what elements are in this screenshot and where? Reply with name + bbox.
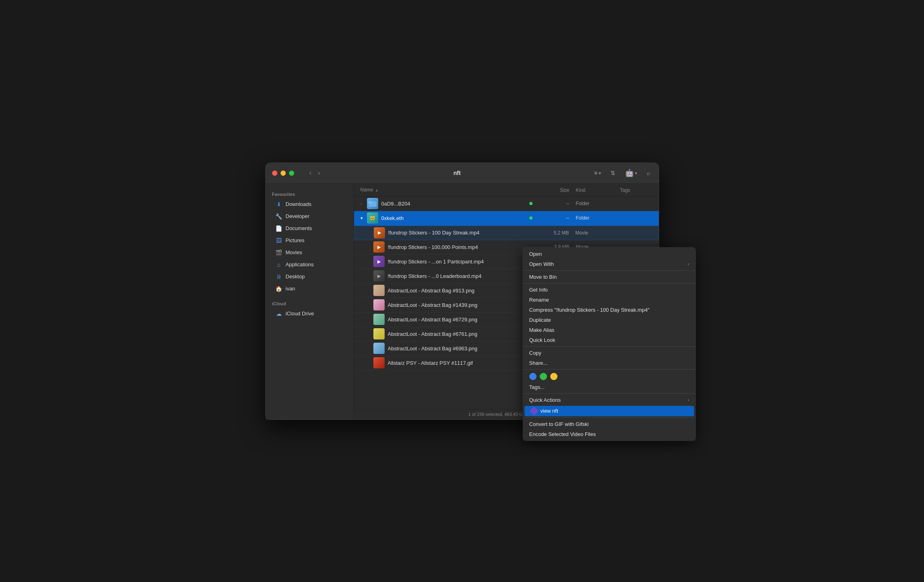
sidebar-item-desktop[interactable]: 🖥 Desktop: [269, 271, 350, 282]
tag-blue-dot[interactable]: [529, 373, 537, 380]
ctx-make-alias-label: Make Alias: [529, 327, 555, 333]
file-name: AbstractLoot - Abstract Bag #913.png: [388, 288, 536, 294]
movies-icon: 🎬: [275, 249, 283, 256]
ctx-tags[interactable]: Tags...: [523, 382, 696, 392]
ctx-rename-label: Rename: [529, 297, 549, 303]
back-button[interactable]: ‹: [307, 168, 314, 178]
expand-arrow-icon: ▾: [361, 216, 367, 221]
ctx-get-info[interactable]: Get Info: [523, 285, 696, 295]
ctx-move-to-bin[interactable]: Move to Bin: [523, 272, 696, 282]
ctx-separator: [523, 270, 696, 271]
ctx-make-alias[interactable]: Make Alias: [523, 325, 696, 335]
sidebar-item-label: Desktop: [286, 274, 305, 280]
submenu-arrow-icon: ›: [688, 261, 689, 266]
desktop-icon: 🖥: [275, 273, 283, 280]
ctx-duplicate[interactable]: Duplicate: [523, 315, 696, 325]
ctx-separator: [523, 283, 696, 284]
ctx-open-with[interactable]: Open With ›: [523, 259, 696, 269]
list-icon: ≡: [594, 170, 597, 176]
ctx-view-nft-label: view nft: [541, 408, 558, 414]
sidebar-item-applications[interactable]: ⌂ Applications: [269, 259, 350, 270]
file-kind: Movie: [576, 230, 620, 236]
folder-thumbnail: [367, 198, 378, 209]
documents-icon: 📄: [275, 225, 283, 232]
col-name-header[interactable]: Name ▲: [361, 187, 536, 193]
file-name: !fundrop Stickers - ...0 Leaderboard.mp4: [388, 273, 536, 279]
title-bar: ‹ › nft ≡ ▾ ⇅ 🤖 ▾ ⌕: [266, 163, 659, 184]
col-size-header[interactable]: Size: [536, 186, 576, 193]
file-name: AbstractLoot - Abstract Bag #1439.png: [388, 302, 536, 308]
sort-icon: ⇅: [611, 170, 615, 176]
file-size: --: [536, 201, 576, 206]
close-button[interactable]: [272, 171, 277, 176]
diamond-icon: [529, 406, 539, 415]
ctx-rename[interactable]: Rename: [523, 295, 696, 305]
window-title: nft: [326, 170, 588, 176]
table-row[interactable]: ▶ !fundrop Stickers - 100 Day Streak.mp4…: [354, 226, 659, 240]
ctx-convert-gif[interactable]: Convert to GIF with Gifski: [523, 419, 696, 429]
sidebar-item-documents[interactable]: 📄 Documents: [269, 223, 350, 234]
search-button[interactable]: ⌕: [644, 168, 652, 178]
file-size: 5.2 MB: [535, 230, 576, 236]
ctx-separator: [523, 393, 696, 394]
file-name: !fundrop Stickers - ...on 1 Participant.…: [388, 259, 536, 265]
table-row[interactable]: › 0aD9...B204 -- Folder: [354, 197, 659, 211]
maximize-button[interactable]: [289, 171, 294, 176]
sidebar-item-ivan[interactable]: 🏠 ivan: [269, 283, 350, 294]
file-kind: Folder: [576, 201, 620, 206]
sidebar-item-movies[interactable]: 🎬 Movies: [269, 247, 350, 258]
file-size: --: [536, 215, 576, 221]
ctx-open-label: Open: [529, 251, 542, 257]
png-thumbnail: [373, 314, 385, 325]
home-icon: 🏠: [275, 285, 283, 292]
sidebar-item-downloads[interactable]: ⬇ Downloads: [269, 199, 350, 210]
sidebar-item-icloud[interactable]: ☁ iCloud Drive: [269, 308, 350, 319]
sync-status-dot: [529, 202, 533, 205]
file-name: 0aD9...B204: [381, 201, 529, 207]
ctx-compress-label: Compress "!fundrop Stickers - 100 Day St…: [529, 307, 650, 313]
sidebar-item-developer[interactable]: 🔧 Developer: [269, 211, 350, 222]
sidebar-item-label: Applications: [286, 261, 314, 267]
context-menu: Open Open With › Move to Bin Get Info Re…: [523, 247, 696, 441]
favourites-label: Favourites: [266, 190, 354, 198]
ctx-copy[interactable]: Copy: [523, 348, 696, 358]
more-chevron: ▾: [635, 171, 637, 175]
ctx-share[interactable]: Share...: [523, 358, 696, 368]
movie-thumbnail: ▶: [373, 270, 385, 282]
ctx-open[interactable]: Open: [523, 249, 696, 259]
ctx-quick-actions[interactable]: Quick Actions ›: [523, 395, 696, 405]
sidebar-item-label: Developer: [286, 213, 309, 219]
col-tags-header[interactable]: Tags: [620, 186, 652, 193]
ctx-copy-label: Copy: [529, 350, 541, 356]
view-list-button[interactable]: ≡ ▾: [592, 168, 603, 178]
tag-yellow-dot[interactable]: [550, 373, 557, 380]
minimize-button[interactable]: [281, 171, 286, 176]
sidebar-item-label: Downloads: [286, 201, 311, 207]
search-icon: ⌕: [647, 170, 650, 176]
ctx-share-label: Share...: [529, 360, 548, 366]
icloud-icon: ☁: [275, 310, 283, 317]
png-thumbnail: [373, 328, 385, 339]
table-row[interactable]: ▾ 🐱 0xkek.eth -- Folder: [354, 211, 659, 226]
avatar-icon: 🤖: [625, 169, 634, 177]
forward-button[interactable]: ›: [316, 168, 322, 178]
movie-thumbnail: ▶: [374, 227, 385, 239]
gif-thumbnail: [373, 357, 385, 368]
ctx-quick-look[interactable]: Quick Look: [523, 335, 696, 345]
tag-green-dot[interactable]: [540, 373, 547, 380]
sidebar-item-pictures[interactable]: 🖼 Pictures: [269, 235, 350, 246]
sort-button[interactable]: ⇅: [608, 168, 618, 178]
sidebar: Favourites ⬇ Downloads 🔧 Developer 📄 Doc…: [266, 184, 354, 420]
col-kind-header[interactable]: Kind: [576, 186, 620, 193]
sort-arrow-icon: ▲: [375, 188, 379, 192]
ctx-encode-video[interactable]: Encode Selected Video Files: [523, 429, 696, 439]
ctx-quick-look-label: Quick Look: [529, 337, 555, 343]
ctx-view-nft[interactable]: view nft: [524, 406, 694, 416]
ctx-compress[interactable]: Compress "!fundrop Stickers - 100 Day St…: [523, 305, 696, 315]
ctx-separator: [523, 346, 696, 347]
ctx-encode-video-label: Encode Selected Video Files: [529, 431, 596, 437]
svg-rect-1: [369, 202, 372, 203]
sync-status-dot: [529, 216, 533, 220]
more-button[interactable]: 🤖 ▾: [623, 167, 639, 179]
ctx-move-to-bin-label: Move to Bin: [529, 274, 557, 280]
